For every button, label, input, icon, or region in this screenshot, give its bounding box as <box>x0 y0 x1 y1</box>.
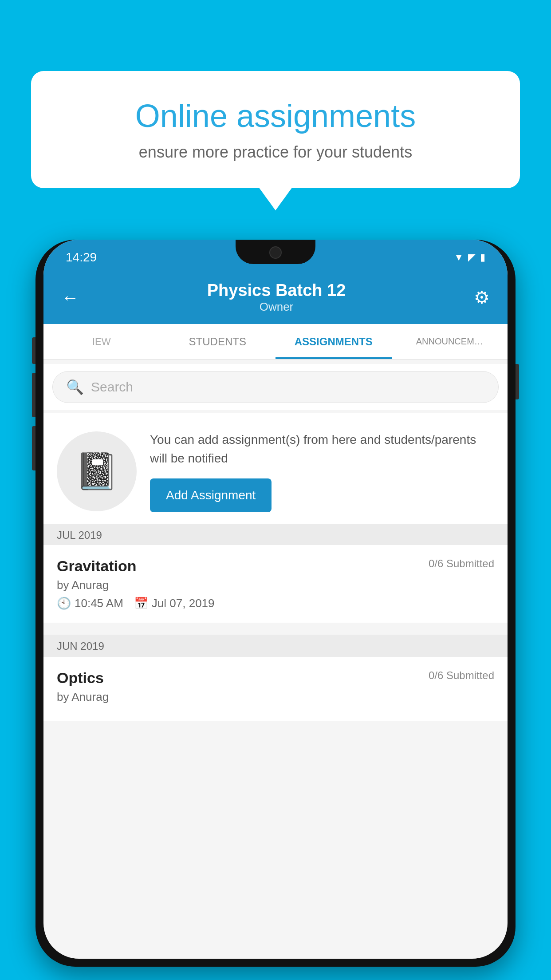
phone-screen: 14:29 ▼ ◤ ▮ ← Physics Batch 12 Owner ⚙ <box>43 240 508 959</box>
clock-icon: 🕙 <box>57 597 71 610</box>
settings-icon[interactable]: ⚙ <box>474 287 490 308</box>
search-input[interactable]: Search <box>91 379 133 395</box>
empty-state-text-area: You can add assignment(s) from here and … <box>150 431 494 512</box>
status-time: 14:29 <box>66 250 97 265</box>
empty-state-description: You can add assignment(s) from here and … <box>150 431 494 468</box>
silent-button <box>32 426 35 470</box>
tab-assignments[interactable]: ASSIGNMENTS <box>276 324 392 359</box>
assignment-by-optics: by Anurag <box>57 690 494 704</box>
notebook-icon: 📓 <box>75 450 119 492</box>
speech-bubble-subtitle: ensure more practice for your students <box>62 143 489 162</box>
assignment-date: 📅 Jul 07, 2019 <box>134 597 215 610</box>
assignment-item-gravitation[interactable]: Gravitation 0/6 Submitted by Anurag 🕙 10… <box>43 545 508 623</box>
signal-icon: ◤ <box>468 252 476 263</box>
assignment-name-optics: Optics <box>57 669 104 687</box>
empty-state-icon: 📓 <box>57 431 137 511</box>
assignment-submitted-optics: 0/6 Submitted <box>429 669 494 682</box>
camera-notch <box>269 246 282 259</box>
tab-iew[interactable]: IEW <box>43 324 160 359</box>
tab-students[interactable]: STUDENTS <box>160 324 276 359</box>
power-button <box>516 364 519 399</box>
battery-icon: ▮ <box>480 252 485 263</box>
app-bar-title: Physics Batch 12 <box>207 281 346 300</box>
app-bar-subtitle: Owner <box>207 300 346 314</box>
speech-bubble: Online assignments ensure more practice … <box>31 71 520 188</box>
volume-up-button <box>32 337 35 364</box>
status-icons: ▼ ◤ ▮ <box>454 252 485 263</box>
calendar-icon: 📅 <box>134 597 148 610</box>
app-bar: ← Physics Batch 12 Owner ⚙ <box>43 271 508 324</box>
phone-container: 14:29 ▼ ◤ ▮ ← Physics Batch 12 Owner ⚙ <box>35 240 516 967</box>
assignment-by: by Anurag <box>57 578 494 592</box>
add-assignment-button[interactable]: Add Assignment <box>150 478 272 512</box>
phone-notch <box>236 240 315 264</box>
search-input-container[interactable]: 🔍 Search <box>52 371 499 403</box>
volume-down-button <box>32 373 35 417</box>
month-separator-jun: JUN 2019 <box>43 635 508 658</box>
month-separator-jul: JUL 2019 <box>43 524 508 547</box>
assignment-header: Gravitation 0/6 Submitted <box>57 557 494 575</box>
search-bar: 🔍 Search <box>43 364 508 410</box>
assignment-name: Gravitation <box>57 557 136 575</box>
wifi-icon: ▼ <box>454 252 464 263</box>
tab-announcements[interactable]: ANNOUNCEM… <box>392 324 508 359</box>
assignment-header-optics: Optics 0/6 Submitted <box>57 669 494 687</box>
tabs-container: IEW STUDENTS ASSIGNMENTS ANNOUNCEM… <box>43 324 508 360</box>
assignment-meta: 🕙 10:45 AM 📅 Jul 07, 2019 <box>57 597 494 610</box>
back-button[interactable]: ← <box>61 288 79 308</box>
app-bar-title-area: Physics Batch 12 Owner <box>207 281 346 314</box>
speech-bubble-title: Online assignments <box>62 98 489 134</box>
phone-outer: 14:29 ▼ ◤ ▮ ← Physics Batch 12 Owner ⚙ <box>35 240 516 967</box>
assignment-time: 🕙 10:45 AM <box>57 597 123 610</box>
search-icon: 🔍 <box>66 379 84 395</box>
speech-bubble-container: Online assignments ensure more practice … <box>31 71 520 188</box>
assignment-item-optics[interactable]: Optics 0/6 Submitted by Anurag <box>43 657 508 721</box>
empty-state-card: 📓 You can add assignment(s) from here an… <box>43 413 508 530</box>
assignment-submitted: 0/6 Submitted <box>429 557 494 570</box>
